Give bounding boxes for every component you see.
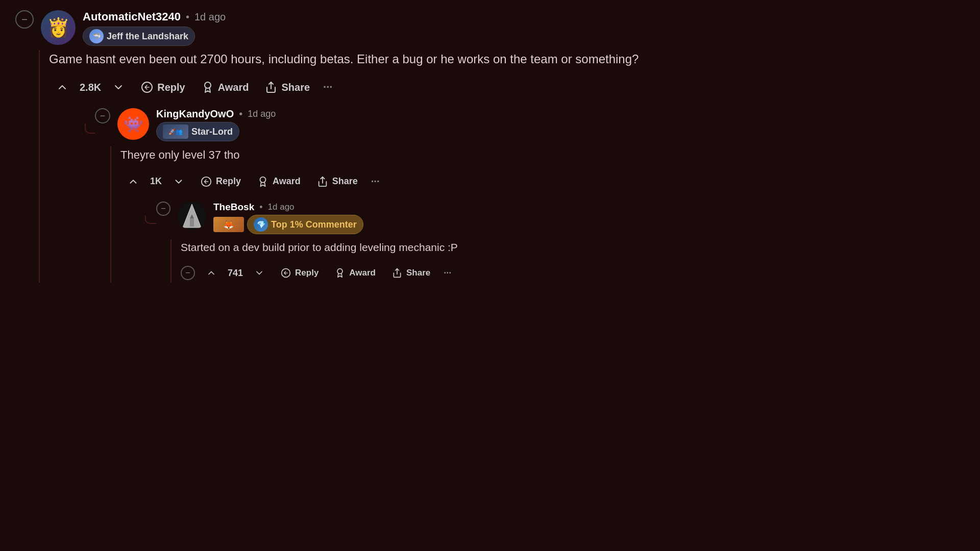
- avatar-automaticnet: [41, 10, 76, 45]
- reply-button-2[interactable]: Reply: [193, 172, 248, 191]
- comment-2-content: KingKandyOwO • 1d ago 🚀👥 Star-Lord: [156, 108, 730, 141]
- upvote-icon-3: [206, 268, 216, 278]
- comment-1: − AutomaticNet3240 • 1d ago 🦈 Jeff the L…: [15, 10, 730, 283]
- reply-label-1: Reply: [157, 82, 185, 93]
- svg-rect-7: [190, 218, 194, 227]
- award-icon-3: [335, 268, 345, 278]
- action-bar-2: 1K Reply: [120, 171, 730, 191]
- reply-label-3: Reply: [295, 268, 318, 278]
- award-label-3: Award: [349, 268, 376, 278]
- upvote-button-3[interactable]: [199, 264, 224, 282]
- upvote-icon-1: [56, 81, 68, 93]
- award-icon-2: [257, 176, 268, 187]
- reply-label-2: Reply: [216, 176, 241, 187]
- comments-container: − AutomaticNet3240 • 1d ago 🦈 Jeff the L…: [15, 10, 730, 283]
- collapse-button-3[interactable]: −: [156, 202, 170, 216]
- username-kingkandy: KingKandyOwO: [156, 108, 234, 120]
- flair-top-commenter: 💎 Top 1% Commenter: [247, 215, 363, 234]
- downvote-button-2[interactable]: [166, 172, 191, 191]
- share-label-1: Share: [281, 82, 310, 93]
- award-label-1: Award: [218, 82, 249, 93]
- share-button-3[interactable]: Share: [385, 264, 437, 282]
- downvote-icon-1: [112, 81, 125, 93]
- share-button-1[interactable]: Share: [258, 77, 317, 97]
- downvote-icon-3: [254, 268, 264, 278]
- upvote-icon-2: [128, 176, 139, 187]
- timestamp-2: 1d ago: [248, 109, 276, 119]
- comment-2: − KingKandyOwO • 1d ago: [95, 108, 730, 283]
- collapse-button-1[interactable]: −: [15, 10, 34, 29]
- comment-3-content: TheBosk • 1d ago: [213, 202, 730, 234]
- comment-3-body: Started on a dev build prior to adding l…: [181, 239, 730, 256]
- upvote-button-2[interactable]: [120, 172, 146, 191]
- avatar-thebosk: [178, 202, 206, 230]
- upvote-button-1[interactable]: [49, 77, 76, 97]
- award-button-3[interactable]: Award: [328, 264, 383, 282]
- share-button-2[interactable]: Share: [310, 172, 365, 191]
- comment-3-text: Started on a dev build prior to adding l…: [181, 239, 730, 256]
- username-thebosk: TheBosk: [213, 202, 254, 213]
- comment-3: −: [156, 202, 730, 283]
- flair-game-img: 🦊: [213, 217, 244, 232]
- separator-3: •: [259, 202, 262, 213]
- share-icon-3: [392, 268, 402, 278]
- reply-button-1[interactable]: Reply: [134, 77, 192, 97]
- more-button-3[interactable]: ···: [439, 264, 455, 283]
- flair-starlord-label: Star-Lord: [191, 127, 233, 137]
- more-button-1[interactable]: ···: [319, 77, 336, 98]
- timestamp-1: 1d ago: [194, 11, 226, 23]
- separator-2: •: [239, 108, 242, 120]
- vote-count-1: 2.8K: [78, 82, 103, 93]
- downvote-icon-2: [173, 176, 184, 187]
- flair-jeff-label: Jeff the Landshark: [107, 31, 188, 42]
- collapse-button-2[interactable]: −: [95, 108, 110, 123]
- comment-2-body: Theyre only level 37 tho: [120, 146, 730, 163]
- downvote-button-1[interactable]: [105, 77, 132, 97]
- award-button-2[interactable]: Award: [250, 172, 308, 191]
- comment-1-text: Game hasnt even been out 2700 hours, inc…: [49, 50, 730, 68]
- action-bar-1: 2.8K Reply Award Share: [49, 77, 730, 98]
- award-icon-1: [202, 81, 214, 93]
- comment-1-header: AutomaticNet3240 • 1d ago: [83, 10, 730, 23]
- flair-jeff: 🦈 Jeff the Landshark: [83, 27, 195, 46]
- avatar-kingkandy: [117, 108, 149, 140]
- reply-icon-1: [141, 81, 153, 93]
- reply-icon-2: [201, 176, 212, 187]
- share-label-3: Share: [406, 268, 430, 278]
- action-bar-3: − 741: [181, 264, 730, 283]
- reply-button-3[interactable]: Reply: [274, 264, 326, 282]
- reply-icon-3: [281, 268, 291, 278]
- share-label-2: Share: [332, 176, 358, 187]
- flair-top-label: Top 1% Commenter: [271, 219, 357, 230]
- username-automaticnet: AutomaticNet3240: [83, 10, 181, 23]
- award-button-1[interactable]: Award: [194, 77, 256, 97]
- thebosk-avatar-svg: [182, 203, 202, 229]
- share-icon-1: [265, 81, 277, 93]
- separator-1: •: [186, 11, 189, 23]
- flair-jeff-icon: 🦈: [89, 29, 104, 43]
- vote-count-3: 741: [226, 268, 245, 279]
- comment-1-body: Game hasnt even been out 2700 hours, inc…: [49, 50, 730, 68]
- vote-count-2: 1K: [148, 176, 164, 187]
- comment-1-content: AutomaticNet3240 • 1d ago 🦈 Jeff the Lan…: [83, 10, 730, 46]
- downvote-button-3[interactable]: [247, 264, 272, 282]
- comment-2-text: Theyre only level 37 tho: [120, 146, 730, 163]
- more-button-2[interactable]: ···: [367, 171, 384, 191]
- flair-top-icon: 💎: [254, 217, 268, 232]
- award-label-2: Award: [273, 176, 301, 187]
- collapse-button-3b[interactable]: −: [181, 266, 195, 280]
- flair-starlord: 🚀👥 Star-Lord: [156, 122, 239, 141]
- timestamp-3: 1d ago: [268, 202, 295, 212]
- flair-starlord-icon: 🚀👥: [163, 124, 188, 139]
- share-icon-2: [317, 176, 328, 187]
